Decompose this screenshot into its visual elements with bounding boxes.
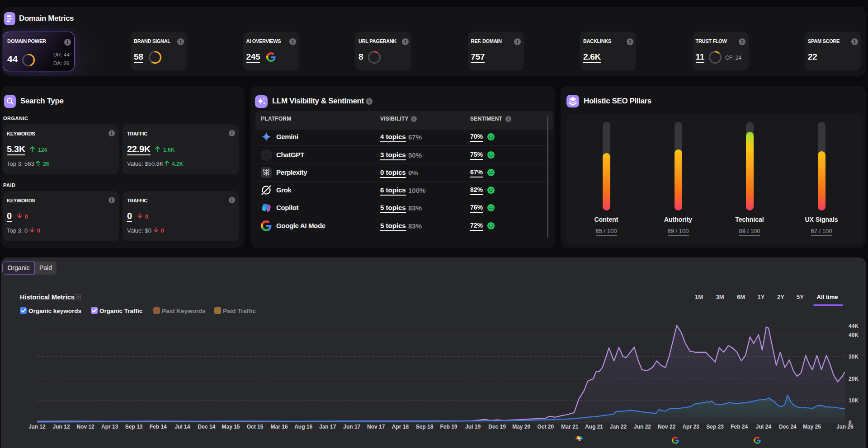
- svg-text:May 15: May 15: [222, 424, 240, 430]
- svg-text:Jul 24: Jul 24: [756, 424, 771, 430]
- svg-text:May 25: May 25: [803, 424, 821, 430]
- svg-text:Jul 14: Jul 14: [175, 424, 190, 430]
- svg-text:Sep 23: Sep 23: [706, 424, 724, 430]
- svg-text:Aug 16: Aug 16: [294, 424, 312, 430]
- svg-text:Jun 17: Jun 17: [343, 424, 360, 430]
- svg-text:Jan 26: Jan 26: [836, 424, 854, 430]
- svg-text:May 20: May 20: [512, 424, 530, 430]
- svg-text:Nov 17: Nov 17: [367, 424, 385, 430]
- svg-text:Jan 17: Jan 17: [319, 424, 336, 430]
- svg-text:Apr 23: Apr 23: [682, 424, 699, 430]
- svg-text:Jan 12: Jan 12: [28, 424, 46, 430]
- svg-text:Jan 22: Jan 22: [610, 424, 627, 430]
- svg-text:Feb 24: Feb 24: [731, 424, 748, 430]
- svg-text:Nov 12: Nov 12: [76, 424, 94, 430]
- svg-text:Apr 18: Apr 18: [392, 424, 409, 430]
- svg-text:20K: 20K: [849, 376, 859, 382]
- svg-text:Dec 19: Dec 19: [488, 424, 506, 430]
- svg-text:30K: 30K: [849, 354, 859, 360]
- svg-text:Dec 14: Dec 14: [198, 424, 216, 430]
- svg-text:Sep 13: Sep 13: [125, 424, 143, 430]
- svg-text:10K: 10K: [849, 397, 859, 404]
- svg-text:40K: 40K: [849, 332, 859, 338]
- svg-text:Mar 21: Mar 21: [561, 424, 578, 430]
- svg-text:Feb 14: Feb 14: [150, 424, 167, 430]
- svg-text:Aug 21: Aug 21: [585, 424, 603, 430]
- svg-text:44K: 44K: [849, 323, 859, 329]
- svg-text:Mar 16: Mar 16: [271, 424, 288, 430]
- svg-text:Jun 22: Jun 22: [634, 424, 651, 430]
- svg-text:Nov 22: Nov 22: [658, 424, 676, 430]
- svg-text:Jul 19: Jul 19: [465, 424, 481, 430]
- svg-text:Sep 18: Sep 18: [416, 424, 434, 430]
- svg-text:Oct 20: Oct 20: [537, 424, 554, 430]
- svg-text:Feb 19: Feb 19: [440, 424, 457, 430]
- svg-text:Oct 15: Oct 15: [247, 424, 264, 430]
- svg-text:Jun 12: Jun 12: [53, 424, 70, 430]
- svg-text:Apr 13: Apr 13: [101, 424, 118, 430]
- svg-text:Dec 24: Dec 24: [779, 424, 797, 430]
